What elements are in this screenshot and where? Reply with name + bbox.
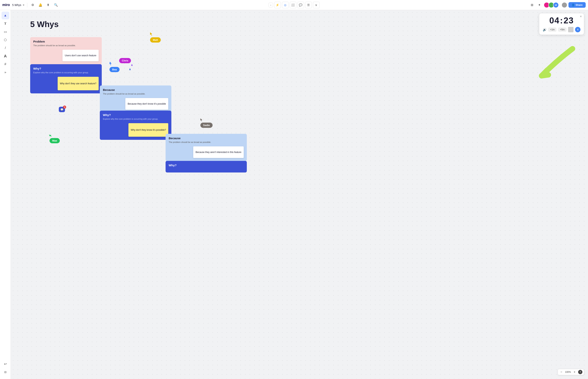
magic-button[interactable]: ✦ xyxy=(536,2,542,8)
mae-cursor-label: Mae xyxy=(49,138,60,143)
star-icon[interactable]: ★ xyxy=(22,3,25,6)
why-card-1-body: Why don't they use search feature? xyxy=(30,75,102,94)
share-label: Share xyxy=(576,3,583,6)
topbar-right: ⊞ ✦ 12 👤 Share xyxy=(529,2,586,8)
chat-bubble-2[interactable]: 💬 3 xyxy=(59,107,65,112)
because-card-1-description: The problem should be as broad as possib… xyxy=(103,93,168,95)
zoom-out-button[interactable]: − xyxy=(559,370,563,374)
sidebar-shapes-tool[interactable]: ⬡ xyxy=(1,36,9,44)
because-card-1-title: Because xyxy=(103,88,168,92)
chris-cursor-label: Chris xyxy=(119,58,131,63)
chat-count-2: 3 xyxy=(63,106,66,109)
timer-stop-button[interactable] xyxy=(568,27,573,32)
zoom-in-button[interactable]: + xyxy=(572,370,577,374)
because-card-1: Because The problem should be as broad a… xyxy=(100,85,171,113)
timer-add-5m-button[interactable]: +5m xyxy=(558,28,567,32)
settings-button[interactable]: ⚙ xyxy=(30,2,36,8)
separator xyxy=(27,3,27,7)
problem-card-body: Users don't use search feature xyxy=(30,48,102,64)
cursor-small-blue xyxy=(129,68,131,72)
why-card-2-title: Why? xyxy=(103,113,168,117)
because-card-1-header: Because The problem should be as broad a… xyxy=(100,85,171,96)
problem-card: Problem The problem should be as broad a… xyxy=(30,37,102,64)
pages-button[interactable]: ⊟ xyxy=(1,368,9,376)
problem-card-header: Problem The problem should be as broad a… xyxy=(30,37,102,48)
center-toolbar: ‹ ⚡ ◎ ⬜ 💬 ☰ ∨ xyxy=(61,2,527,8)
list-button[interactable]: ☰ xyxy=(305,2,312,8)
small-purple-cursor-arrow xyxy=(131,64,133,66)
why-card-1-sticky[interactable]: Why don't they use search feature? xyxy=(58,77,99,90)
bea-cursor-arrow xyxy=(109,62,113,66)
matt-cursor-arrow xyxy=(150,32,153,36)
timer-display: 04 : 23 xyxy=(549,16,574,25)
sidebar-text-tool[interactable]: T xyxy=(1,20,9,28)
share-icon: 👤 xyxy=(572,3,575,6)
document-title: 5 Whys ★ xyxy=(12,3,25,7)
search-button[interactable]: 🔍 xyxy=(53,2,59,8)
why-card-2-sticky[interactable]: Why don't they know it's possible? xyxy=(128,123,168,137)
sidebar-frame-tool[interactable]: # xyxy=(1,60,9,68)
bea-cursor-label: Bea xyxy=(110,67,120,72)
timer-pause-button[interactable]: ⏸ xyxy=(575,27,580,32)
because-card-2-sticky[interactable]: Because they aren't interested in this f… xyxy=(193,146,244,158)
cursor-small-purple xyxy=(131,64,133,67)
timer-button[interactable]: ◎ xyxy=(282,2,288,8)
because-card-1-sticky[interactable]: Because they don't know it's possible xyxy=(125,98,168,110)
more-button[interactable]: ∨ xyxy=(313,2,319,8)
problem-card-title: Problem xyxy=(33,40,99,43)
lightning-button[interactable]: ⚡ xyxy=(274,2,281,8)
why-card-3-title: Why? xyxy=(169,164,244,167)
frame-button[interactable]: ⬜ xyxy=(290,2,296,8)
sidebar-pen-tool[interactable]: / xyxy=(1,44,9,52)
why-card-2-description: Explore why the core problem is occurrin… xyxy=(103,118,168,120)
topbar: miro 5 Whys ★ ⚙ 🔔 ⬆ 🔍 ‹ ⚡ ◎ ⬜ 💬 ☰ ∨ ⊞ ✦ … xyxy=(0,0,588,10)
why-card-3-header: Why? xyxy=(166,161,247,170)
title-text: 5 Whys xyxy=(12,3,21,7)
timer-add-1m-button[interactable]: +1m xyxy=(548,28,557,32)
matt-cursor-label: Matt xyxy=(150,37,161,43)
problem-sticky-note[interactable]: Users don't use search feature xyxy=(63,50,99,61)
avatar-count[interactable]: 12 xyxy=(553,2,559,8)
nav-back-button[interactable]: ‹ xyxy=(269,3,273,7)
problem-card-description: The problem should be as broad as possib… xyxy=(33,44,99,47)
sidebar: ▲ T ▭ ⬡ / A # » ↩ ⊟ xyxy=(0,10,11,379)
why-card-2: Why? Explore why the core problem is occ… xyxy=(100,111,171,140)
timer-seconds: 23 xyxy=(564,16,574,25)
avatar-group: 12 xyxy=(544,2,559,8)
timer-widget: ✕ 04 : 23 🔊 +1m +5m ⏸ xyxy=(539,13,584,35)
why-card-1-description: Explore why the core problem is occurrin… xyxy=(33,71,99,74)
chat-icon-2: 💬 xyxy=(60,108,64,111)
share-button[interactable]: 👤 Share xyxy=(569,2,586,8)
undo-button[interactable]: ↩ xyxy=(1,360,9,368)
page-title: 5 Whys xyxy=(30,20,59,29)
timer-controls: 🔊 +1m +5m ⏸ xyxy=(543,27,580,32)
sidebar-cursor-tool[interactable]: ▲ xyxy=(1,12,9,19)
because-card-2-header: Because The problem should be as broad a… xyxy=(166,134,247,145)
notifications-button[interactable]: 🔔 xyxy=(37,2,44,8)
sidebar-text-large-tool[interactable]: A xyxy=(1,52,9,60)
timer-close-button[interactable]: ✕ xyxy=(580,15,582,18)
timer-colon: : xyxy=(560,16,563,25)
why-card-2-header: Why? Explore why the core problem is occ… xyxy=(100,111,171,122)
why-card-1: Why? Explore why the core problem is occ… xyxy=(30,64,102,94)
app-logo: miro xyxy=(2,3,10,7)
upload-button[interactable]: ⬆ xyxy=(45,2,51,8)
because-card-2: Because The problem should be as broad a… xyxy=(166,134,247,161)
help-button[interactable]: ? xyxy=(578,370,582,374)
comment-button[interactable]: 💬 xyxy=(298,2,304,8)
mae-cursor-arrow xyxy=(49,133,53,138)
filter-button[interactable]: ⊞ xyxy=(529,2,535,8)
sidebar-more-tool[interactable]: » xyxy=(1,68,9,76)
because-card-2-body: Because they aren't interested in this f… xyxy=(166,145,247,161)
why-card-2-body: Why don't they know it's possible? xyxy=(100,122,171,140)
cursor-mae: Mae xyxy=(49,134,52,138)
small-blue-cursor-arrow xyxy=(129,68,131,71)
canvas-inner[interactable]: 5 Whys Problem The problem should be as … xyxy=(11,10,588,379)
timer-sound-icon[interactable]: 🔊 xyxy=(543,28,547,32)
sidebar-bottom: ↩ ⊟ xyxy=(1,360,9,378)
why-card-3: Why? xyxy=(166,161,247,173)
cursor-bea: Bea xyxy=(110,62,112,66)
current-user-avatar xyxy=(561,2,567,8)
sidebar-sticky-tool[interactable]: ▭ xyxy=(1,28,9,36)
cursor-sadie: Sadie xyxy=(200,118,203,122)
